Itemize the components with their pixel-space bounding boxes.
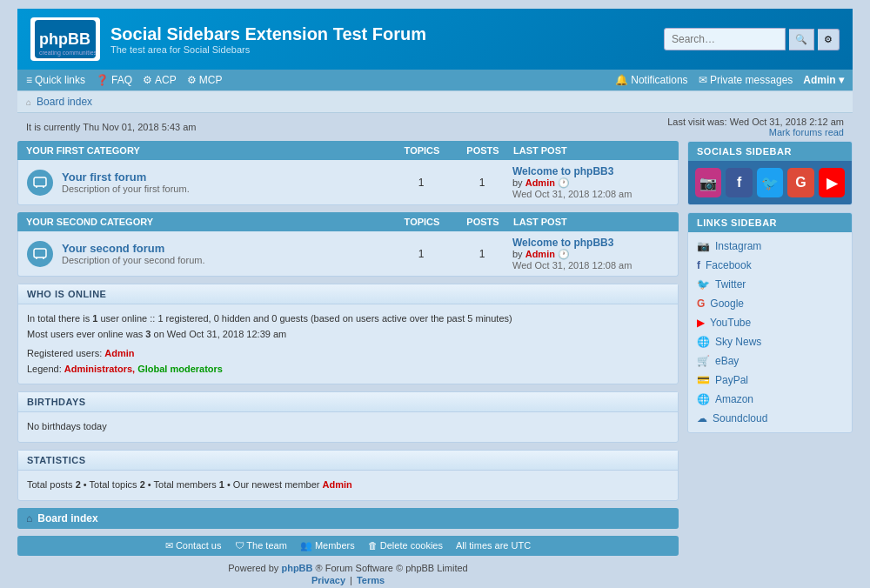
mcp-link[interactable]: ⚙ MCP bbox=[187, 74, 223, 86]
category-2-name: YOUR SECOND CATEGORY bbox=[26, 217, 392, 227]
twitter-icon-btn[interactable]: 🐦 bbox=[757, 168, 783, 197]
last-post-2-title: Welcome to phpBB3 bbox=[512, 237, 669, 249]
last-post-date: Wed Oct 31, 2018 12:08 am bbox=[512, 189, 669, 199]
instagram-icon-btn[interactable]: 📷 bbox=[695, 168, 721, 197]
site-title: Social Sidebars Extension Test Forum bbox=[110, 24, 426, 44]
legend: Legend: Administrators, Global moderator… bbox=[27, 362, 669, 378]
col-posts-2: POSTS bbox=[452, 217, 513, 227]
last-post-title: Welcome to phpBB3 bbox=[512, 165, 669, 177]
google-icon-btn[interactable]: G bbox=[787, 168, 813, 197]
private-messages-link[interactable]: ✉ Private messages bbox=[699, 74, 793, 86]
last-post-user[interactable]: Admin bbox=[525, 177, 555, 188]
statistics-title: STATISTICS bbox=[18, 451, 678, 471]
quick-links-menu[interactable]: ≡ Quick links bbox=[26, 74, 85, 86]
mcp-icon: ⚙ bbox=[187, 74, 197, 86]
home-icon: ⌂ bbox=[26, 97, 31, 107]
forum-icon-2 bbox=[27, 241, 53, 267]
site-subtitle: The test area for Social Sidebars bbox=[110, 44, 426, 55]
link-amazon[interactable]: 🌐 Amazon bbox=[688, 390, 852, 409]
registered-users: Registered users: Admin bbox=[27, 346, 669, 362]
link-facebook[interactable]: f Facebook bbox=[688, 256, 852, 275]
facebook-icon-btn[interactable]: f bbox=[726, 168, 752, 197]
google-link-icon: G bbox=[697, 297, 705, 310]
chevron-down-icon: ▾ bbox=[839, 74, 844, 86]
who-is-online-title: WHO IS ONLINE bbox=[18, 284, 678, 304]
the-team-link[interactable]: 🛡 The team bbox=[235, 540, 287, 551]
mark-read-link[interactable]: Mark forums read bbox=[769, 127, 844, 137]
last-post-2-user[interactable]: Admin bbox=[525, 249, 555, 259]
links-sidebar-title: LINKS SIDEBAR bbox=[688, 213, 852, 232]
youtube-icon-btn[interactable]: ▶ bbox=[819, 168, 845, 197]
statistics-section: STATISTICS Total posts 2 • Total topics … bbox=[17, 450, 679, 501]
breadcrumb-board-index[interactable]: Board index bbox=[37, 96, 92, 108]
newest-member-link[interactable]: Admin bbox=[323, 479, 352, 490]
admins-link[interactable]: Administrators, bbox=[64, 364, 135, 374]
category-2: YOUR SECOND CATEGORY TOPICS POSTS LAST P… bbox=[17, 212, 679, 277]
link-google[interactable]: G Google bbox=[688, 294, 852, 313]
search-input[interactable] bbox=[664, 28, 786, 50]
current-time: It is currently Thu Nov 01, 2018 5:43 am bbox=[26, 122, 196, 132]
link-youtube[interactable]: ▶ YouTube bbox=[688, 313, 852, 332]
faq-link[interactable]: ❓ FAQ bbox=[96, 74, 132, 86]
privacy-link[interactable]: Privacy bbox=[311, 575, 345, 585]
forum-2-name[interactable]: Your second forum bbox=[62, 242, 164, 255]
link-ebay[interactable]: 🛒 eBay bbox=[688, 351, 852, 371]
forum-name[interactable]: Your first forum bbox=[62, 170, 146, 184]
advanced-search-button[interactable]: ⚙ bbox=[818, 29, 840, 50]
contact-us-link[interactable]: ✉ Contact us bbox=[165, 540, 222, 551]
forum-2-posts-count: 1 bbox=[452, 248, 512, 260]
forum-2-topics-count: 1 bbox=[391, 248, 452, 260]
link-twitter[interactable]: 🐦 Twitter bbox=[688, 275, 852, 294]
delete-cookies-link[interactable]: 🗑 Delete cookies bbox=[368, 540, 443, 551]
online-stats: In total there is 1 user online :: 1 reg… bbox=[27, 311, 669, 327]
registered-user-link[interactable]: Admin bbox=[104, 348, 134, 358]
col-topics-1: TOPICS bbox=[392, 145, 452, 156]
col-topics-2: TOPICS bbox=[392, 217, 452, 227]
forum-row: Your first forum Description of your fir… bbox=[17, 160, 679, 205]
notifications-link[interactable]: 🔔 Notifications bbox=[615, 74, 688, 86]
category-1-name: YOUR FIRST CATEGORY bbox=[26, 145, 392, 156]
last-visit: Last visit was: Wed Oct 31, 2018 2:12 am bbox=[667, 117, 844, 127]
user-menu[interactable]: Admin ▾ bbox=[803, 74, 844, 86]
svg-rect-3 bbox=[34, 177, 46, 186]
who-is-online-section: WHO IS ONLINE In total there is 1 user o… bbox=[17, 284, 679, 384]
post-time-icon-2: 🕐 bbox=[558, 249, 570, 259]
hamburger-icon: ≡ bbox=[26, 74, 32, 86]
forum-posts-count: 1 bbox=[452, 177, 512, 189]
footer-home-icon: ⌂ bbox=[26, 512, 32, 525]
phpbb-link[interactable]: phpBB bbox=[281, 563, 312, 573]
bottom-footer: Powered by phpBB ® Forum Software © phpB… bbox=[17, 556, 679, 588]
last-post-2-date: Wed Oct 31, 2018 12:08 am bbox=[512, 260, 669, 271]
members-link[interactable]: 👥 Members bbox=[300, 540, 355, 551]
footer-links-bar: ✉ Contact us 🛡 The team 👥 Members 🗑 Dele… bbox=[17, 536, 679, 556]
max-online: Most users ever online was 3 on Wed Oct … bbox=[27, 327, 669, 343]
post-time-icon: 🕐 bbox=[558, 177, 570, 188]
timezone-text: All times are UTC bbox=[456, 540, 531, 551]
links-sidebar: LINKS SIDEBAR 📷 Instagram f Facebook 🐦 T… bbox=[687, 212, 853, 433]
youtube-link-icon: ▶ bbox=[697, 317, 705, 329]
skynews-link-icon: 🌐 bbox=[697, 336, 710, 348]
search-button[interactable]: 🔍 bbox=[789, 29, 814, 50]
forum-2-desc: Description of your second forum. bbox=[62, 255, 391, 265]
link-skynews[interactable]: 🌐 Sky News bbox=[688, 332, 852, 351]
question-icon: ❓ bbox=[96, 74, 109, 86]
birthdays-title: BIRTHDAYS bbox=[18, 392, 678, 412]
contact-icon: ✉ bbox=[165, 540, 173, 551]
twitter-link-icon: 🐦 bbox=[697, 278, 710, 291]
acp-link[interactable]: ⚙ ACP bbox=[143, 74, 177, 86]
terms-link[interactable]: Terms bbox=[357, 575, 385, 585]
svg-text:creating communities: creating communities bbox=[39, 50, 96, 57]
link-paypal[interactable]: 💳 PayPal bbox=[688, 371, 852, 390]
birthdays-text: No birthdays today bbox=[27, 421, 107, 431]
forum-desc: Description of your first forum. bbox=[62, 184, 391, 194]
forum-icon bbox=[27, 170, 53, 196]
link-soundcloud[interactable]: ☁ Soundcloud bbox=[688, 409, 852, 428]
col-posts-1: POSTS bbox=[452, 145, 513, 156]
birthdays-section: BIRTHDAYS No birthdays today bbox=[17, 391, 679, 443]
amazon-link-icon: 🌐 bbox=[697, 393, 710, 405]
mods-link[interactable]: Global moderators bbox=[137, 364, 223, 374]
footer-board-index-link[interactable]: Board index bbox=[37, 512, 97, 525]
last-post-by: by Admin 🕐 bbox=[512, 177, 669, 189]
link-instagram[interactable]: 📷 Instagram bbox=[688, 237, 852, 256]
category-1: YOUR FIRST CATEGORY TOPICS POSTS LAST PO… bbox=[17, 141, 679, 205]
